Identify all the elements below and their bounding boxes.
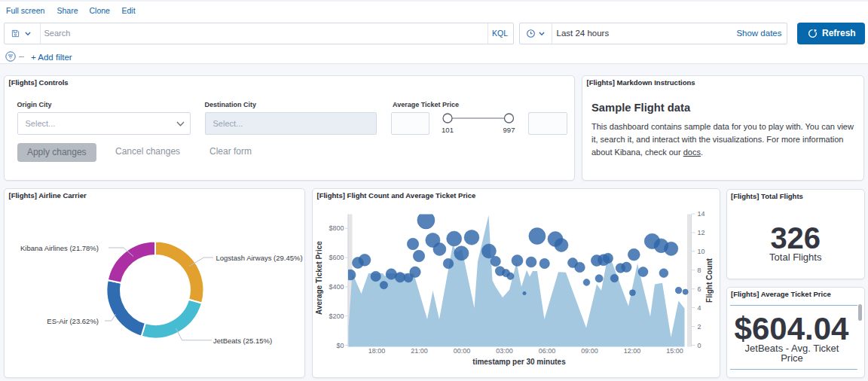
svg-text:$200: $200 <box>329 312 344 320</box>
svg-text:timestamp per 30 minutes: timestamp per 30 minutes <box>472 358 566 366</box>
svg-text:09:00: 09:00 <box>581 347 598 355</box>
svg-text:2: 2 <box>698 323 701 331</box>
svg-text:Flight Count: Flight Count <box>705 258 714 303</box>
svg-text:8: 8 <box>698 267 701 274</box>
svg-text:18:00: 18:00 <box>368 347 386 355</box>
svg-text:12: 12 <box>698 229 705 236</box>
svg-text:Average Ticket Price: Average Ticket Price <box>315 241 323 315</box>
svg-text:0: 0 <box>698 342 701 349</box>
svg-text:$0: $0 <box>336 342 344 349</box>
svg-text:Logstash Airways (29.45%): Logstash Airways (29.45%) <box>216 254 303 262</box>
svg-text:$800: $800 <box>329 224 344 232</box>
svg-text:ES-Air (23.62%): ES-Air (23.62%) <box>47 317 99 325</box>
svg-text:997: 997 <box>503 126 515 134</box>
svg-text:101: 101 <box>442 126 454 134</box>
svg-text:03:00: 03:00 <box>496 347 513 355</box>
svg-text:6: 6 <box>698 285 701 293</box>
svg-text:12:00: 12:00 <box>624 347 641 355</box>
svg-text:$400: $400 <box>329 283 344 291</box>
svg-text:4: 4 <box>698 304 701 312</box>
svg-text:$600: $600 <box>329 254 344 261</box>
svg-text:Kibana Airlines (21.78%): Kibana Airlines (21.78%) <box>20 244 99 252</box>
svg-text:06:00: 06:00 <box>539 347 556 355</box>
svg-text:21:00: 21:00 <box>411 347 428 355</box>
svg-text:10: 10 <box>698 248 705 255</box>
svg-text:JetBeats (25.15%): JetBeats (25.15%) <box>213 337 272 345</box>
svg-text:15:00: 15:00 <box>666 347 683 355</box>
svg-text:00:00: 00:00 <box>454 347 471 355</box>
svg-text:14: 14 <box>698 210 705 218</box>
